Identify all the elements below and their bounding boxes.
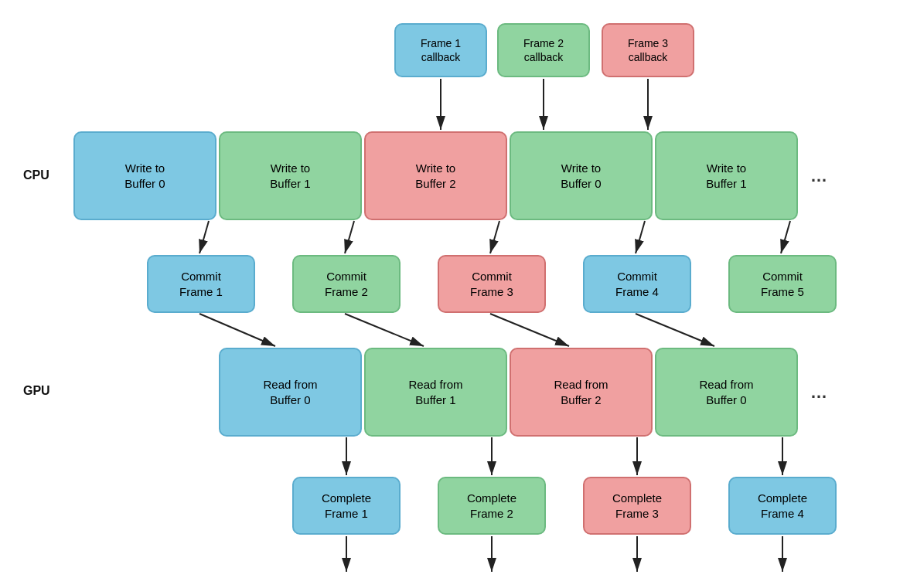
gpu-label: GPU — [23, 384, 50, 398]
svg-line-4 — [345, 221, 354, 253]
svg-line-7 — [781, 221, 790, 253]
svg-line-6 — [636, 221, 645, 253]
cpu-label: CPU — [23, 168, 49, 182]
frame-callback-1: Frame 1callback — [394, 23, 487, 77]
gpu-read-buffer-1: Read fromBuffer 1 — [364, 348, 507, 437]
svg-line-9 — [345, 314, 424, 346]
complete-frame-3: CompleteFrame 3 — [583, 477, 691, 535]
commit-frame-3: CommitFrame 3 — [438, 255, 546, 313]
svg-line-8 — [199, 314, 275, 346]
cpu-write-buffer-0-a: Write toBuffer 0 — [73, 131, 216, 220]
commit-frame-2: CommitFrame 2 — [292, 255, 401, 313]
svg-line-11 — [636, 314, 714, 346]
frame-callback-3: Frame 3callback — [602, 23, 694, 77]
gpu-read-buffer-0-b: Read fromBuffer 0 — [655, 348, 798, 437]
frame-callback-2: Frame 2callback — [497, 23, 590, 77]
cpu-write-buffer-1-a: Write toBuffer 1 — [219, 131, 362, 220]
cpu-write-buffer-2: Write toBuffer 2 — [364, 131, 507, 220]
diagram: CPU GPU … … — [0, 0, 917, 588]
commit-frame-4: CommitFrame 4 — [583, 255, 691, 313]
gpu-ellipsis: … — [810, 382, 827, 403]
cpu-ellipsis: … — [810, 166, 827, 186]
complete-frame-2: CompleteFrame 2 — [438, 477, 546, 535]
svg-line-5 — [490, 221, 499, 253]
complete-frame-1: CompleteFrame 1 — [292, 477, 401, 535]
cpu-write-buffer-0-b: Write toBuffer 0 — [510, 131, 653, 220]
svg-line-3 — [199, 221, 209, 253]
gpu-read-buffer-2: Read fromBuffer 2 — [510, 348, 653, 437]
gpu-read-buffer-0-a: Read fromBuffer 0 — [219, 348, 362, 437]
commit-frame-1: CommitFrame 1 — [147, 255, 255, 313]
commit-frame-5: CommitFrame 5 — [728, 255, 837, 313]
cpu-write-buffer-1-b: Write toBuffer 1 — [655, 131, 798, 220]
svg-line-10 — [490, 314, 569, 346]
complete-frame-4: CompleteFrame 4 — [728, 477, 837, 535]
